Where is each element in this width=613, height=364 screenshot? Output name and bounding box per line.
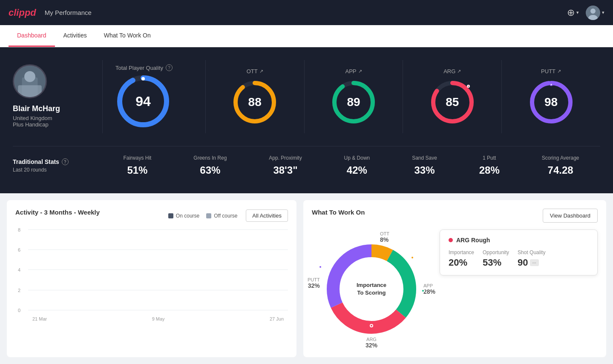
legend-on-course-label: On course xyxy=(176,213,199,219)
stat-proximity-label: App. Proximity xyxy=(269,155,302,161)
ott-card: OTT ↗ 88 xyxy=(205,60,304,133)
player-handicap: Plus Handicap xyxy=(13,121,49,128)
ott-app-dot xyxy=(411,256,414,259)
app-segment-label: APP 28% xyxy=(423,283,435,295)
stat-greens-label: Greens In Reg xyxy=(193,155,227,161)
tpq-help-icon[interactable]: ? xyxy=(166,64,173,71)
activity-chart-title: Activity - 3 Months - Weekly xyxy=(15,209,100,216)
view-dashboard-button[interactable]: View Dashboard xyxy=(543,209,598,223)
avatar xyxy=(586,6,600,20)
header-right: ⊕ ▾ ▾ xyxy=(567,6,604,20)
legend-off-course-label: Off course xyxy=(214,213,237,219)
header-title: My Performance xyxy=(45,9,92,16)
stat-oneputt-label: 1 Putt xyxy=(479,155,500,161)
tpq-card: Total Player Quality ? 94 xyxy=(102,60,205,133)
svg-point-1 xyxy=(590,9,596,14)
putt-dot xyxy=(319,265,322,269)
stat-sandsave-value: 33% xyxy=(412,164,437,176)
x-label-mar: 21 Mar xyxy=(32,316,47,321)
stats-subtitle: Last 20 rounds xyxy=(13,167,102,173)
legend-on-course: On course xyxy=(168,213,199,219)
stat-proximity-value: 38'3" xyxy=(269,164,302,176)
wtwo-panel-header: What To Work On View Dashboard xyxy=(312,209,598,223)
detail-badge: ··· xyxy=(530,259,539,266)
activity-panel-header: Activity - 3 Months - Weekly On course O… xyxy=(15,209,288,223)
stat-fairways-label: Fairways Hit xyxy=(123,155,151,161)
stat-greens-value: 63% xyxy=(193,164,227,176)
stat-oneputt-value: 28% xyxy=(479,164,500,176)
putt-label: PUTT ↗ xyxy=(541,68,561,75)
putt-segment-label: PUTT 32% xyxy=(308,277,320,289)
detail-shotquality-value: 90 xyxy=(518,257,528,268)
y-label-8: 8 xyxy=(18,227,20,232)
ott-value: 88 xyxy=(248,95,262,109)
putt-card: PUTT ↗ 98 xyxy=(501,60,600,133)
logo: clippd xyxy=(9,7,36,18)
stat-sandsave-label: Sand Save xyxy=(412,155,437,161)
stats-help-icon[interactable]: ? xyxy=(62,158,69,165)
tab-activities[interactable]: Activities xyxy=(55,25,95,47)
player-avatar xyxy=(13,64,47,98)
stat-updown-value: 42% xyxy=(344,164,370,176)
player-country: United Kingdom xyxy=(13,115,52,121)
stat-updown: Up & Down 42% xyxy=(344,155,370,176)
tpq-value: 94 xyxy=(135,94,151,109)
x-label-jun: 27 Jun xyxy=(270,316,284,321)
arg-segment-label: ARG 32% xyxy=(365,337,377,349)
legend-off-course: Off course xyxy=(206,213,237,219)
user-chevron: ▾ xyxy=(602,10,604,15)
arg-card: ARG ↗ 85 xyxy=(403,60,501,133)
x-label-may: 9 May xyxy=(152,316,165,321)
stat-greens: Greens In Reg 63% xyxy=(193,155,227,176)
chart-bars xyxy=(28,229,288,310)
donut-center-text: ImportanceTo Scoring xyxy=(357,281,386,297)
arg-dot xyxy=(370,324,373,327)
app-value: 89 xyxy=(347,95,360,109)
detail-dot xyxy=(449,238,453,242)
app-label: APP ↗ xyxy=(345,68,362,75)
tab-dashboard[interactable]: Dashboard xyxy=(9,25,55,47)
arg-ring: 85 xyxy=(429,79,476,126)
app-ring: 89 xyxy=(330,79,377,126)
detail-shotquality: Shot Quality 90 ··· xyxy=(518,249,545,268)
stat-fairways-value: 51% xyxy=(123,164,151,176)
detail-card-wrapper: ARG Rough Importance 20% Opportunity 53% xyxy=(440,229,598,275)
header: clippd My Performance ⊕ ▾ ▾ xyxy=(0,0,613,25)
ott-segment-label: OTT 8% xyxy=(380,231,389,243)
stats-title: Traditional Stats ? xyxy=(13,158,102,165)
detail-section: ARG Rough Importance 20% Opportunity 53% xyxy=(440,229,598,275)
what-to-work-on-panel: What To Work On View Dashboard xyxy=(303,200,606,357)
add-button[interactable]: ⊕ ▾ xyxy=(567,7,579,18)
player-name: Blair McHarg xyxy=(13,104,60,113)
app-dot xyxy=(421,289,425,292)
putt-ring: 98 xyxy=(528,79,575,126)
add-icon: ⊕ xyxy=(567,7,575,18)
stat-fairways: Fairways Hit 51% xyxy=(123,155,151,176)
legend-off-course-dot xyxy=(206,213,211,218)
svg-rect-6 xyxy=(18,85,42,97)
stat-scoring-label: Scoring Average xyxy=(542,155,579,161)
wtwo-content: ImportanceTo Scoring OTT 8% APP 28% ARG … xyxy=(312,229,598,349)
stats-items: Fairways Hit 51% Greens In Reg 63% App. … xyxy=(102,155,600,176)
wtwo-title: What To Work On xyxy=(312,209,365,216)
stat-proximity: App. Proximity 38'3" xyxy=(269,155,302,176)
all-activities-button[interactable]: All Activities xyxy=(246,209,288,222)
arg-label: ARG ↗ xyxy=(443,68,461,75)
y-label-6: 6 xyxy=(18,247,20,252)
header-left: clippd My Performance xyxy=(9,7,92,18)
detail-importance: Importance 20% xyxy=(449,249,474,268)
detail-opportunity-label: Opportunity xyxy=(483,249,509,255)
avatar-image xyxy=(586,6,600,20)
add-chevron: ▾ xyxy=(576,10,579,15)
activity-panel: Activity - 3 Months - Weekly On course O… xyxy=(7,200,296,357)
tpq-label: Total Player Quality ? xyxy=(115,64,173,71)
svg-point-5 xyxy=(24,71,35,82)
detail-shotquality-label: Shot Quality xyxy=(518,249,545,255)
stat-scoring-value: 74.28 xyxy=(542,164,579,176)
tab-what-to-work-on[interactable]: What To Work On xyxy=(95,25,159,47)
stat-scoring: Scoring Average 74.28 xyxy=(542,155,579,176)
chart-legend: On course Off course xyxy=(168,213,238,219)
ott-ring: 88 xyxy=(231,79,278,126)
user-menu-button[interactable]: ▾ xyxy=(586,6,604,20)
hero-top: Blair McHarg United Kingdom Plus Handica… xyxy=(13,60,600,133)
